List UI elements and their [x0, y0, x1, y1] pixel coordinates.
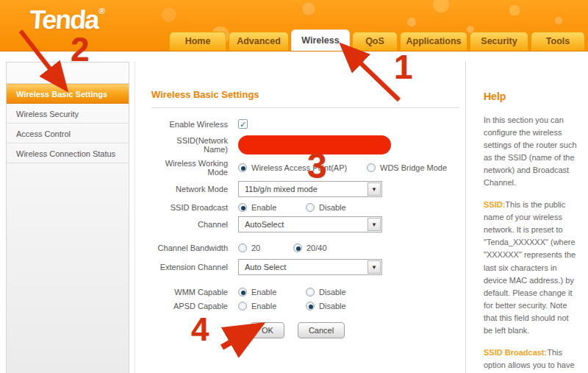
ssid-broadcast-row: SSID Broadcast Enable Disable	[151, 203, 459, 212]
apsd-row: APSD Capable Enable Disable	[151, 302, 459, 310]
chevron-down-icon[interactable]	[368, 260, 381, 274]
apsd-label: APSD Capable	[151, 302, 238, 310]
working-mode-wds-label: WDS Bridge Mode	[380, 163, 447, 172]
help-intro: In this section you can configure the wi…	[484, 114, 579, 189]
network-mode-select[interactable]: 11b/g/n mixed mode	[238, 181, 382, 197]
channel-select[interactable]: AutoSelect	[238, 216, 382, 232]
bandwidth-20-40-label: 20/40	[306, 244, 327, 252]
help-panel: Help In this section you can configure t…	[465, 61, 588, 373]
wmm-label: WMM Capable	[151, 288, 238, 296]
network-mode-row: Network Mode 11b/g/n mixed mode	[151, 181, 459, 197]
ssid-input-redacted[interactable]	[238, 135, 391, 154]
channel-bandwidth-label: Channel Bandwidth	[151, 244, 238, 252]
header-bar: Tenda® Home Advanced Wireless QoS Applic…	[0, 0, 588, 51]
main-content: Wireless Basic Settings Enable Wireless …	[135, 61, 465, 373]
help-term-ssid: SSID:	[484, 200, 505, 209]
working-mode-option-ap[interactable]: Wireless Access Point(AP)	[238, 163, 367, 172]
radio-icon[interactable]	[306, 302, 315, 310]
ssid-broadcast-disable-label: Disable	[319, 203, 346, 212]
extension-channel-label: Extension Channel	[151, 263, 238, 271]
bandwidth-20-label: 20	[251, 244, 260, 252]
radio-icon[interactable]	[293, 244, 302, 252]
wmm-enable[interactable]: Enable	[238, 288, 306, 296]
radio-icon[interactable]	[238, 288, 247, 296]
help-text-ssid: This is the public name of your wireless…	[484, 200, 576, 334]
main-nav-tabs: Home Advanced Wireless QoS Applications …	[169, 29, 585, 51]
radio-icon[interactable]	[238, 302, 247, 310]
help-section-ssid-broadcast: SSID Broadcast:This option allows you to…	[484, 347, 579, 373]
enable-wireless-row: Enable Wireless	[151, 119, 459, 129]
bandwidth-20-40[interactable]: 20/40	[293, 244, 327, 252]
ssid-row: SSID(Network Name)	[151, 135, 459, 154]
working-mode-option-wds[interactable]: WDS Bridge Mode	[367, 163, 447, 172]
sidebar-item-access-control[interactable]: Access Control	[7, 124, 129, 143]
registered-mark: ®	[98, 6, 106, 16]
extension-channel-select[interactable]: Auto Select	[238, 259, 382, 275]
channel-row: Channel AutoSelect	[151, 216, 459, 232]
channel-value: AutoSelect	[245, 220, 284, 229]
chevron-down-icon[interactable]	[368, 218, 381, 231]
tab-advanced[interactable]: Advanced	[229, 32, 289, 51]
tab-tools[interactable]: Tools	[531, 32, 585, 51]
working-mode-row: Wireless Working Mode Wireless Access Po…	[151, 159, 459, 177]
sidebar-item-wireless-connection-status[interactable]: Wireless Connection Status	[7, 143, 129, 163]
ssid-label: SSID(Network Name)	[151, 136, 238, 154]
radio-icon[interactable]	[367, 163, 376, 172]
working-mode-label: Wireless Working Mode	[151, 159, 238, 177]
help-term-ssid-broadcast: SSID Broadcast:	[484, 348, 547, 357]
title-divider	[151, 107, 459, 108]
cancel-button[interactable]: Cancel	[298, 322, 345, 338]
extension-channel-row: Extension Channel Auto Select	[151, 259, 459, 275]
sidebar: Wireless Basic Settings Wireless Securit…	[6, 62, 129, 373]
wmm-enable-label: Enable	[251, 288, 276, 296]
sidebar-item-wireless-security[interactable]: Wireless Security	[7, 104, 129, 124]
radio-icon[interactable]	[238, 203, 247, 212]
radio-icon[interactable]	[306, 288, 315, 296]
enable-wireless-label: Enable Wireless	[151, 120, 238, 129]
logo-text: Tenda	[29, 4, 99, 35]
sidebar-spacer	[7, 63, 129, 84]
tab-qos[interactable]: QoS	[352, 32, 398, 51]
ssid-broadcast-disable[interactable]: Disable	[306, 203, 346, 212]
tenda-logo: Tenda®	[29, 4, 106, 35]
ssid-broadcast-label: SSID Broadcast	[151, 203, 238, 212]
radio-icon[interactable]	[238, 163, 247, 172]
extension-channel-value: Auto Select	[245, 263, 286, 271]
apsd-enable-label: Enable	[251, 302, 276, 310]
network-mode-label: Network Mode	[151, 185, 238, 193]
enable-wireless-checkbox[interactable]	[238, 119, 248, 129]
channel-bandwidth-row: Channel Bandwidth 20 20/40	[151, 244, 459, 252]
apsd-disable-label: Disable	[319, 302, 346, 310]
tab-security[interactable]: Security	[470, 32, 528, 51]
tab-wireless[interactable]: Wireless	[291, 29, 350, 51]
chevron-down-icon[interactable]	[368, 182, 381, 196]
working-mode-ap-label: Wireless Access Point(AP)	[251, 163, 347, 172]
wmm-disable[interactable]: Disable	[306, 288, 346, 296]
ssid-broadcast-enable[interactable]: Enable	[238, 203, 306, 212]
wmm-row: WMM Capable Enable Disable	[151, 288, 459, 296]
wmm-disable-label: Disable	[319, 288, 346, 296]
tab-applications[interactable]: Applications	[400, 32, 467, 51]
sidebar-item-wireless-basic-settings[interactable]: Wireless Basic Settings	[7, 84, 129, 104]
help-title: Help	[484, 90, 579, 102]
apsd-disable[interactable]: Disable	[306, 302, 346, 310]
radio-icon[interactable]	[306, 203, 315, 212]
bandwidth-20[interactable]: 20	[238, 244, 293, 252]
network-mode-value: 11b/g/n mixed mode	[245, 185, 318, 193]
page-title: Wireless Basic Settings	[151, 89, 459, 100]
apsd-enable[interactable]: Enable	[238, 302, 306, 310]
form-actions: OK Cancel	[151, 322, 459, 338]
help-section-ssid: SSID:This is the public name of your wir…	[484, 199, 579, 337]
ssid-broadcast-enable-label: Enable	[251, 203, 276, 212]
channel-label: Channel	[151, 220, 238, 229]
ok-button[interactable]: OK	[251, 322, 284, 338]
radio-icon[interactable]	[238, 244, 247, 252]
tab-home[interactable]: Home	[169, 32, 226, 51]
